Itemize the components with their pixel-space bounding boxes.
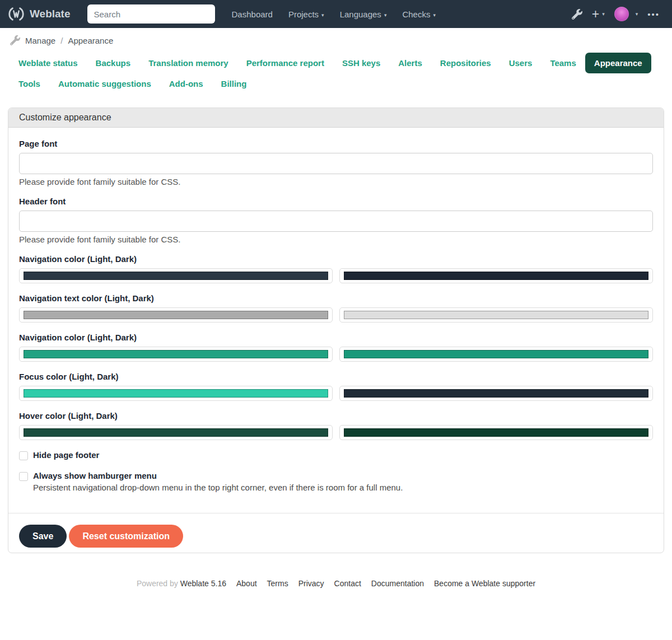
breadcrumb-appearance[interactable]: Appearance — [68, 36, 113, 45]
color-input-light[interactable] — [19, 268, 333, 283]
form-field: Header font Please provide font family s… — [19, 197, 653, 244]
field-label: Header font — [19, 197, 653, 206]
tab[interactable]: Repositories — [431, 53, 500, 73]
checkbox-help-text: Persistent navigational drop-down menu i… — [33, 483, 403, 492]
form-field: Navigation text color (Light, Dark) — [19, 293, 653, 323]
tab[interactable]: Users — [500, 53, 542, 73]
form-field: Focus color (Light, Dark) — [19, 372, 653, 401]
checkbox-label: Hide page footer — [33, 450, 99, 460]
add-button[interactable]: + ▾ — [592, 8, 605, 21]
field-label: Page font — [19, 139, 653, 148]
form-field: Navigation color (Light, Dark) — [19, 254, 653, 283]
tab[interactable]: Automatic suggestions — [49, 73, 160, 94]
color-input-light[interactable] — [19, 386, 333, 401]
field-help-text: Please provide font family suitable for … — [19, 235, 653, 244]
tab[interactable]: Appearance — [585, 53, 651, 73]
tab[interactable]: Tools — [10, 73, 49, 94]
nav-link[interactable]: Projects▾ — [281, 5, 332, 24]
wrench-icon — [10, 35, 20, 45]
color-swatch-light — [24, 311, 328, 319]
color-swatch-dark — [344, 311, 648, 319]
color-input-dark[interactable] — [339, 425, 653, 440]
weblate-logo[interactable]: Weblate — [8, 6, 71, 22]
field-help-text: Please provide font family suitable for … — [19, 177, 653, 186]
color-pair — [19, 386, 653, 401]
page-footer: Powered by Weblate 5.16 About Terms Priv… — [0, 579, 672, 588]
field-label: Navigation color (Light, Dark) — [19, 254, 653, 264]
footer-links: About Terms Privacy Contact Documentatio… — [236, 579, 535, 588]
color-swatch-dark — [344, 350, 648, 358]
nav-links: Dashboard Projects▾ Languages▾ Checks▾ — [224, 5, 444, 24]
tab[interactable]: Add-ons — [160, 73, 212, 94]
tab[interactable]: Translation memory — [139, 53, 237, 73]
powered-by: Powered by Weblate 5.16 — [137, 579, 226, 588]
field-label: Navigation color (Light, Dark) — [19, 333, 653, 342]
font-text-input[interactable] — [19, 211, 653, 232]
chevron-down-icon: ▾ — [384, 12, 387, 18]
footer-link[interactable]: About — [236, 579, 257, 588]
color-swatch-light — [24, 350, 328, 358]
footer-link[interactable]: Terms — [267, 579, 288, 588]
color-swatch-light — [24, 389, 328, 398]
footer-link[interactable]: Privacy — [298, 579, 324, 588]
footer-link[interactable]: Documentation — [371, 579, 424, 588]
color-input-dark[interactable] — [339, 307, 653, 323]
chevron-down-icon: ▾ — [321, 12, 324, 18]
tab[interactable]: Billing — [212, 73, 256, 94]
user-menu[interactable]: ▾ — [614, 7, 638, 21]
color-swatch-dark — [344, 428, 648, 437]
checkbox[interactable] — [19, 451, 28, 460]
weblate-logo-icon — [8, 6, 25, 22]
color-swatch-light — [24, 428, 328, 437]
breadcrumb: Manage / Appearance — [0, 28, 672, 49]
color-swatch-dark — [344, 389, 648, 398]
footer-link[interactable]: Become a Weblate supporter — [434, 579, 535, 588]
color-pair — [19, 268, 653, 283]
color-input-dark[interactable] — [339, 268, 653, 283]
checkbox-row: Hide page footer — [19, 450, 653, 460]
save-button[interactable]: Save — [19, 525, 67, 548]
chevron-down-icon: ▾ — [433, 12, 436, 18]
field-label: Navigation text color (Light, Dark) — [19, 293, 653, 303]
tab[interactable]: SSH keys — [333, 53, 389, 73]
ellipsis-icon: ••• — [647, 10, 660, 18]
color-input-light[interactable] — [19, 307, 333, 323]
tab[interactable]: Weblate status — [10, 53, 87, 73]
form-field: Navigation color (Light, Dark) — [19, 333, 653, 362]
color-pair — [19, 425, 653, 440]
footer-link[interactable]: Contact — [334, 579, 361, 588]
tab[interactable]: Alerts — [389, 53, 431, 73]
nav-link[interactable]: Languages▾ — [332, 5, 395, 24]
tab[interactable]: Backups — [87, 53, 140, 73]
color-input-dark[interactable] — [339, 347, 653, 362]
overflow-menu-button[interactable]: ••• — [647, 10, 660, 18]
form-field: Page font Please provide font family sui… — [19, 139, 653, 186]
chevron-down-icon: ▾ — [602, 11, 605, 17]
nav-link[interactable]: Dashboard — [224, 5, 281, 24]
checkbox-group: Hide page footer Always show hamburger m… — [19, 450, 653, 492]
top-navbar: Weblate Dashboard Projects▾ Languages▾ C… — [0, 0, 672, 28]
nav-link[interactable]: Checks▾ — [394, 5, 444, 24]
tab[interactable]: Performance report — [237, 53, 333, 73]
breadcrumb-separator: / — [60, 36, 63, 45]
field-label: Focus color (Light, Dark) — [19, 372, 653, 381]
chevron-down-icon: ▾ — [636, 11, 638, 17]
reset-customization-button[interactable]: Reset customization — [69, 525, 183, 548]
field-label: Hover color (Light, Dark) — [19, 411, 653, 421]
wrench-icon[interactable] — [572, 9, 582, 20]
color-input-light[interactable] — [19, 425, 333, 440]
breadcrumb-manage[interactable]: Manage — [25, 36, 55, 45]
font-text-input[interactable] — [19, 153, 653, 174]
color-input-light[interactable] — [19, 347, 333, 362]
checkbox[interactable] — [19, 472, 28, 481]
color-swatch-light — [24, 272, 328, 280]
tab[interactable]: Teams — [541, 53, 585, 73]
color-pair — [19, 347, 653, 362]
color-pair — [19, 307, 653, 323]
weblate-version-link[interactable]: Weblate 5.16 — [180, 579, 226, 588]
color-swatch-dark — [344, 272, 648, 280]
form-field: Hover color (Light, Dark) — [19, 411, 653, 440]
checkbox-label: Always show hamburger menu — [33, 471, 403, 480]
search-input[interactable] — [87, 4, 215, 24]
color-input-dark[interactable] — [339, 386, 653, 401]
